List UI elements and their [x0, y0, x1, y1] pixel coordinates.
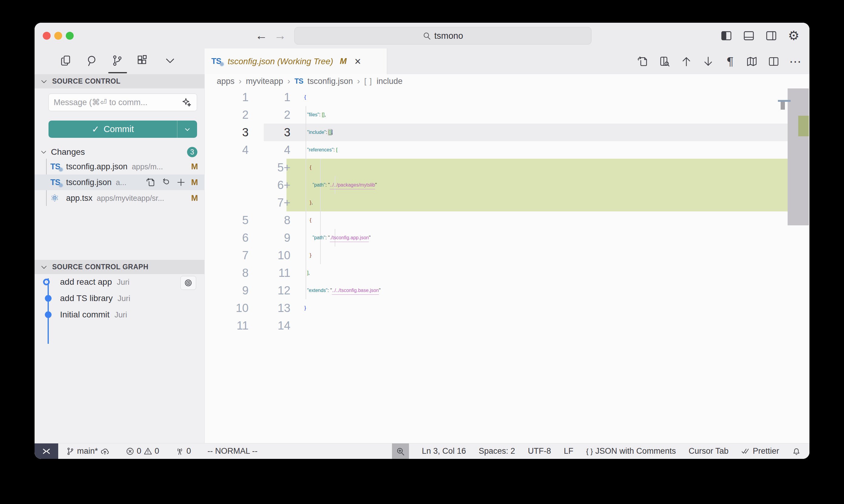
files-icon [60, 55, 72, 67]
tab-tsconfig-working-tree[interactable]: TS✹ tsconfig.json (Working Tree) M × [205, 49, 387, 74]
code-line[interactable]: 69 "path": "./tsconfig.app.json" [35, 229, 809, 247]
layout-sidebar-left-icon [720, 30, 733, 42]
more-actions-button[interactable]: ⋯ [789, 55, 802, 68]
activity-search-button[interactable] [86, 54, 99, 67]
overview-ruler-selection-marker [781, 102, 785, 110]
search-query: tsmono [434, 31, 463, 41]
modified-line-number: 11 [235, 267, 290, 280]
language-mode-label: JSON with Comments [596, 447, 676, 456]
previous-change-button[interactable] [680, 55, 693, 68]
language-mode-item[interactable]: { } JSON with Comments [586, 447, 676, 456]
bell-icon[interactable] [792, 447, 801, 456]
warning-count: 0 [155, 447, 159, 456]
modified-line-number: 8 [235, 214, 290, 227]
split-editor-icon [768, 56, 779, 67]
code-line[interactable]: 1013} [35, 299, 809, 317]
source-control-icon [111, 55, 123, 67]
source-control-section-header[interactable]: SOURCE CONTROL [35, 74, 205, 88]
forward-arrow-icon[interactable]: → [274, 29, 286, 42]
error-count: 0 [137, 447, 141, 456]
code-line[interactable]: 7+ }, [35, 194, 809, 211]
code-text: { [304, 165, 311, 170]
inline-view-toggle-button[interactable] [658, 55, 671, 68]
cursor-position-item[interactable]: Ln 3, Col 16 [422, 447, 466, 456]
vim-mode-label: -- NORMAL -- [207, 447, 257, 456]
layout-sidebar-right-icon [765, 30, 777, 42]
breadcrumb-myviteapp[interactable]: myviteapp [246, 77, 283, 86]
tab-title: tsconfig.json (Working Tree) [228, 57, 333, 66]
eol-item[interactable]: LF [564, 447, 573, 456]
ports-status-item[interactable]: 0 [175, 447, 191, 456]
code-line[interactable]: 33 "include": [], [35, 124, 809, 141]
title-bar: ← → tsmono ⚙ [35, 23, 809, 49]
code-line[interactable]: 1114 [35, 317, 809, 335]
activity-explorer-button[interactable] [59, 54, 73, 67]
encoding-item[interactable]: UTF-8 [528, 447, 551, 456]
code-line[interactable]: 44 "references": [ [35, 141, 809, 159]
branch-status-item[interactable]: main* [66, 447, 109, 456]
code-line[interactable]: 5+ { [35, 159, 809, 176]
next-change-button[interactable] [702, 55, 715, 68]
modified-line-number: 5+ [235, 161, 290, 174]
double-check-icon [741, 447, 750, 456]
open-file-icon [637, 56, 649, 67]
modified-line-number: 9 [235, 231, 290, 245]
search-icon [86, 55, 98, 67]
modified-line-number: 2 [235, 108, 290, 122]
tab-close-icon[interactable]: × [355, 56, 361, 67]
overview-ruler-added-marker [798, 116, 809, 136]
toggle-whitespace-button[interactable]: ¶ [723, 55, 737, 68]
code-text: "extends": "../../tsconfig.base.json" [304, 288, 380, 293]
pilcrow-icon: ¶ [726, 55, 734, 68]
code-line[interactable]: 22 "files": [], [35, 106, 809, 124]
maximize-window-button[interactable] [66, 32, 74, 40]
code-text: "files": [], [304, 112, 326, 118]
warning-icon [144, 447, 152, 455]
arrow-down-icon [702, 56, 714, 67]
open-file-button[interactable] [636, 55, 649, 68]
toggle-primary-sidebar-button[interactable] [720, 29, 733, 42]
chevron-down-icon [40, 77, 48, 85]
error-icon [126, 447, 134, 455]
ports-count: 0 [187, 447, 191, 456]
activity-source-control-button[interactable] [111, 54, 124, 67]
code-line[interactable]: 912 "extends": "../../tsconfig.base.json… [35, 282, 809, 299]
branch-name: main* [77, 447, 98, 456]
split-editor-button[interactable] [767, 55, 780, 68]
indentation-item[interactable]: Spaces: 2 [479, 447, 515, 456]
remote-indicator-button[interactable] [35, 444, 58, 459]
breadcrumb-include[interactable]: include [377, 77, 402, 86]
code-text: { [304, 217, 311, 223]
minimize-window-button[interactable] [54, 32, 62, 40]
close-window-button[interactable] [43, 32, 51, 40]
editor-tab-bar: TS✹ tsconfig.json (Working Tree) M × [205, 49, 809, 74]
split-compare-icon [659, 56, 670, 67]
code-line[interactable]: 811 ], [35, 264, 809, 282]
vim-mode-indicator[interactable]: -- NORMAL -- [207, 447, 257, 456]
toggle-map-button[interactable] [745, 55, 758, 68]
braces-icon: { } [586, 447, 593, 455]
activity-more-views-button[interactable] [163, 54, 177, 67]
activity-extensions-button[interactable] [136, 54, 149, 67]
vscode-window: ← → tsmono ⚙ [35, 23, 809, 459]
breadcrumb-apps[interactable]: apps [217, 77, 235, 86]
breadcrumb-tsconfig[interactable]: tsconfig.json [307, 77, 353, 86]
formatter-label: Prettier [753, 447, 779, 456]
toggle-panel-button[interactable] [742, 29, 756, 42]
screencast-zoom-button[interactable] [392, 444, 409, 459]
code-line[interactable]: 58 { [35, 211, 809, 229]
command-center-search[interactable]: tsmono [294, 27, 591, 44]
code-line[interactable]: 710 } [35, 247, 809, 264]
breadcrumb-separator: › [357, 76, 360, 86]
toggle-secondary-sidebar-button[interactable] [764, 29, 778, 42]
cursor-tab-item[interactable]: Cursor Tab [688, 447, 728, 456]
code-line[interactable]: 6+ "path": "../../packages/mytslib" [35, 176, 809, 194]
code-line[interactable]: 11{ [35, 88, 809, 106]
settings-button[interactable]: ⚙ [787, 29, 800, 42]
activity-bar [35, 49, 205, 74]
problems-status-item[interactable]: 0 0 [126, 447, 159, 456]
modified-line-number: 6+ [235, 179, 290, 192]
formatter-item[interactable]: Prettier [741, 447, 779, 456]
editor-scrollbar[interactable] [788, 88, 809, 226]
back-arrow-icon[interactable]: ← [255, 29, 268, 42]
